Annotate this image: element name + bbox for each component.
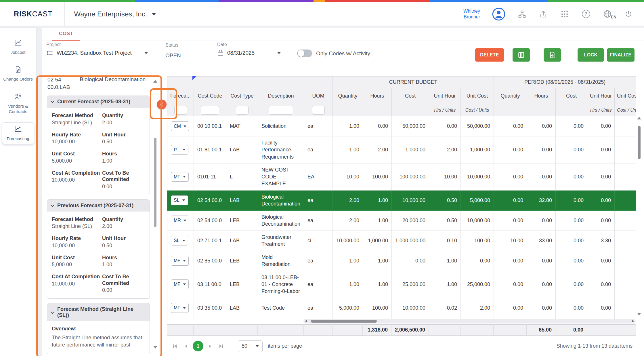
cell: Biological Decontamination — [258, 210, 304, 231]
sidebar-item-change-orders[interactable]: Change Orders — [2, 63, 34, 85]
avatar[interactable] — [492, 7, 505, 21]
column-header[interactable]: Cost — [392, 88, 429, 104]
forecast-method-select[interactable]: SL — [171, 195, 188, 205]
column-chooser-button[interactable] — [513, 48, 530, 62]
total-cell — [332, 325, 363, 336]
total-cell: 2,006,500.00 — [391, 325, 429, 336]
forecast-method-select[interactable]: P... — [171, 145, 188, 155]
panel-scrollbar[interactable] — [153, 76, 157, 349]
scroll-down-icon[interactable] — [153, 346, 157, 349]
column-filter-input[interactable] — [269, 106, 293, 115]
table-row[interactable]: CM00 10 00.1MATSolicitationea1.000.0050,… — [167, 116, 636, 136]
table-row[interactable]: MR02 54 00.0LEBBiological Decontaminatio… — [167, 210, 636, 231]
hscroll-thumb[interactable] — [311, 320, 377, 323]
column-header[interactable]: Description — [258, 88, 304, 104]
table-row[interactable]: P...01 81 00.1LABFacility Performance Re… — [167, 136, 636, 163]
export-file-button[interactable] — [544, 48, 561, 62]
apps-grid-icon[interactable] — [560, 9, 569, 19]
scroll-up-icon[interactable] — [637, 117, 641, 119]
filter-cell — [392, 104, 429, 116]
column-header[interactable]: Cost — [556, 88, 587, 104]
only-codes-toggle[interactable] — [297, 50, 312, 57]
tab-cost[interactable]: COST — [52, 28, 80, 41]
cell: 0.02 — [429, 298, 461, 318]
date-select[interactable]: 08/31/2025 — [217, 50, 281, 59]
page-size-select[interactable]: 50 — [238, 340, 263, 352]
column-filter-input[interactable] — [236, 106, 249, 115]
company-selector[interactable]: Wayne Enterprises, Inc. — [74, 10, 156, 18]
org-hierarchy-icon[interactable] — [517, 9, 527, 19]
column-header[interactable]: Unit Cost — [461, 88, 494, 104]
forecast-field: Unit Cost5,000.00 — [52, 151, 102, 164]
sidebar-item-jobcost[interactable]: Jobcost — [2, 36, 34, 58]
horizontal-scrollbar[interactable] — [303, 319, 636, 323]
column-header[interactable]: Hours — [363, 88, 392, 104]
column-header[interactable]: UOM — [304, 88, 333, 104]
export-share-icon[interactable] — [539, 9, 548, 19]
current-forecast-header[interactable]: Current Forecast (2025-08-31) — [47, 96, 150, 108]
forecast-method-select[interactable]: SL — [171, 236, 188, 245]
scroll-left-icon[interactable] — [305, 320, 307, 322]
column-filter-input[interactable] — [312, 106, 325, 115]
table-row[interactable]: MF03 11 00.0LEB03 11 00.0-LEB-01 - Concr… — [167, 271, 636, 298]
scroll-right-icon[interactable] — [632, 320, 634, 322]
last-page-button[interactable] — [215, 341, 226, 352]
sidebar-item-vendors-contracts[interactable]: Vendors & Contracts — [2, 90, 34, 117]
page-number[interactable]: 1 — [193, 341, 203, 351]
column-header[interactable]: Foreca... — [167, 88, 194, 104]
forecast-method-select[interactable]: CM — [171, 121, 189, 131]
next-page-button[interactable] — [205, 341, 215, 352]
language-globe-icon[interactable]: EN — [603, 9, 612, 19]
field-label: Hours — [102, 254, 145, 261]
group-header-blank — [167, 77, 333, 88]
table-row[interactable]: SL02 71 00.1LABGroundwater Treatmentci10… — [167, 231, 636, 251]
field-label: Unit Cost — [52, 151, 102, 157]
scroll-down-icon[interactable] — [637, 313, 641, 315]
column-header[interactable]: Unit Hour — [429, 88, 461, 104]
first-page-button[interactable] — [170, 341, 181, 352]
forecast-method-select[interactable]: MF — [171, 303, 189, 313]
help-icon[interactable]: ? — [581, 9, 591, 19]
finalize-button[interactable]: FINALIZE — [607, 48, 635, 62]
field-value: 2.00 — [102, 223, 145, 229]
collapse-panel-button[interactable] — [157, 100, 167, 109]
column-header[interactable]: Unit Hour — [587, 88, 615, 104]
sidebar-item-forecasting[interactable]: Forecasting — [2, 122, 34, 144]
column-header[interactable]: Quantity — [333, 88, 363, 104]
table-row[interactable]: MF0101-11LNEW COST CODE EXAMPLEEA10.0010… — [167, 163, 636, 190]
lock-button[interactable]: LOCK — [578, 48, 604, 62]
column-filter-input[interactable] — [201, 106, 219, 115]
forecast-method-select[interactable]: MR — [171, 216, 189, 225]
table-row[interactable]: SL02 54 00.0LABBiological Decontaminatio… — [167, 190, 636, 210]
column-header[interactable]: Cost Type — [226, 88, 258, 104]
calendar-icon — [217, 50, 224, 56]
column-header[interactable]: Cost Code — [194, 88, 226, 104]
column-header[interactable]: Quantity — [494, 88, 527, 104]
previous-forecast-header[interactable]: Previous Forecast (2025-07-31) — [47, 200, 150, 212]
vendors-contract-icon — [14, 92, 22, 100]
brand-color-strip — [0, 0, 644, 2]
total-cell: 65.00 — [527, 325, 555, 336]
cell: Test Code — [258, 298, 304, 318]
panel-scroll-thumb[interactable] — [154, 138, 156, 227]
column-header[interactable]: Hours — [527, 88, 556, 104]
table-row[interactable]: MF02 85 00.0LEBMold Remediationea1.001.0… — [167, 251, 636, 271]
vertical-scrollbar[interactable] — [637, 117, 641, 315]
column-header[interactable]: Unit Cost — [615, 88, 636, 104]
column-filter-input[interactable] — [174, 106, 187, 115]
delete-button[interactable]: DELETE — [475, 48, 504, 62]
user-name[interactable]: Whitney Brunner — [463, 8, 480, 20]
project-select[interactable]: Wb2234: Sandbox Test Project — [46, 50, 148, 59]
columns-icon — [517, 51, 525, 59]
previous-page-button[interactable] — [181, 341, 192, 352]
scroll-up-icon[interactable] — [153, 80, 157, 83]
cell: 00 10 00.1 — [194, 116, 226, 136]
power-logout-icon[interactable] — [624, 9, 633, 19]
forecast-method-select[interactable]: MF — [171, 172, 189, 182]
cell: 0.00 — [363, 116, 392, 136]
forecast-method-select[interactable]: MF — [171, 279, 189, 289]
forecast-method-select[interactable]: MF — [171, 256, 189, 266]
table-row[interactable]: MF03 35 00.0LABTest Codeea5,000.00100.00… — [167, 298, 636, 318]
vscroll-thumb[interactable] — [638, 126, 641, 159]
forecast-method-header[interactable]: Forecast Method (Straight Line (SL)) — [47, 303, 150, 321]
